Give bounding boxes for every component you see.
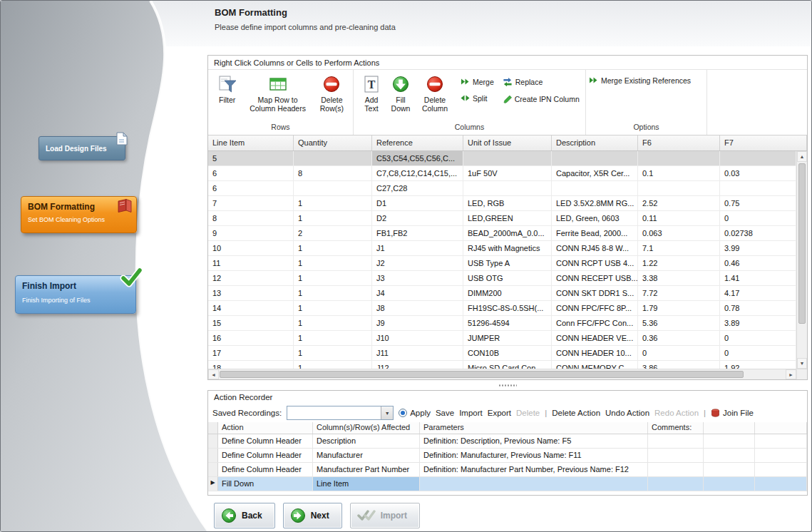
cell-f6[interactable]: 3.38 [638, 271, 720, 285]
recorder-row[interactable]: Define Column Header Manufacturer Defini… [208, 449, 807, 463]
cell-reference[interactable]: FB1,FB2 [372, 226, 463, 240]
import-button[interactable]: Import [350, 503, 420, 528]
cell-description[interactable] [552, 151, 638, 165]
cell-quantity[interactable]: 1 [294, 346, 372, 360]
cell-reference[interactable]: C27,C28 [372, 181, 463, 195]
horizontal-scroll-thumb[interactable] [220, 371, 744, 378]
cell-description[interactable]: CONN RCPT USB 4... [552, 256, 638, 270]
cell-quantity[interactable]: 1 [294, 241, 372, 255]
cell-action[interactable]: Fill Down [218, 477, 313, 491]
table-row[interactable]: 15 1 J9 51296-4594 Conn FFC/FPC Con... 5… [208, 316, 796, 331]
cell-line-item[interactable]: 9 [208, 226, 294, 240]
cell-unit-of-issue[interactable]: USB OTG [463, 271, 552, 285]
column-header-unit-of-issue[interactable]: Unit of Issue [463, 135, 552, 150]
cell-unit-of-issue[interactable]: RJ45 with Magnetics [463, 241, 552, 255]
cell-description[interactable]: CONN FPC/FFC 8P... [552, 301, 638, 315]
cell-description[interactable]: CONN HEADER 10... [552, 346, 638, 360]
horizontal-scroll-track[interactable] [219, 369, 786, 379]
cell-f6[interactable]: 5.36 [638, 316, 720, 330]
step-load-design-files[interactable]: Load Design Files [38, 136, 125, 160]
table-row[interactable]: 12 1 J3 USB OTG CONN RECEPT USB... 3.38 … [208, 271, 796, 286]
cell-f7[interactable]: 4.17 [720, 286, 796, 300]
table-row[interactable]: 6 8 C7,C8,C12,C14,C15,... 1uF 50V Capaci… [208, 166, 796, 181]
scroll-right-button[interactable]: ► [786, 369, 796, 379]
cell-unit-of-issue[interactable]: 1uF 50V [463, 166, 552, 180]
cell-f6[interactable]: 7.1 [638, 241, 720, 255]
cell-reference[interactable]: J4 [372, 286, 463, 300]
delete-column-button[interactable]: Delete Column [415, 73, 455, 115]
add-text-button[interactable]: T Add Text [356, 73, 386, 115]
cell-line-item[interactable]: 6 [208, 181, 294, 195]
cell-quantity[interactable] [294, 151, 372, 165]
column-header-f7[interactable]: F7 [720, 135, 807, 150]
cell-f7[interactable]: 0.46 [720, 256, 796, 270]
step-bom-formatting[interactable]: BOM Formatting Set BOM Cleaning Options [21, 196, 137, 233]
cell-f6[interactable]: 0.11 [638, 211, 720, 225]
table-row[interactable]: 7 1 D1 LED, RGB LED 3.5X2.8MM RG... 2.52… [208, 196, 796, 211]
recorder-row[interactable]: Define Column Header Manufacturer Part N… [208, 463, 807, 477]
cell-f7[interactable]: 1.41 [720, 271, 796, 285]
join-file-button[interactable]: Join File [711, 409, 754, 418]
cell-f6[interactable]: 7.72 [638, 286, 720, 300]
cell-unit-of-issue[interactable]: CON10B [463, 346, 552, 360]
cell-quantity[interactable]: 8 [294, 166, 372, 180]
recorder-row[interactable]: Define Column Header Description Definit… [208, 434, 807, 449]
cell-unit-of-issue[interactable] [463, 181, 552, 195]
cell-f6[interactable]: 1.79 [638, 301, 720, 315]
cell-line-item[interactable]: 10 [208, 241, 294, 255]
table-row[interactable]: 6 C27,C28 [208, 181, 796, 196]
cell-description[interactable]: Conn FFC/FPC Con... [552, 316, 638, 330]
column-header-f6[interactable]: F6 [638, 135, 720, 150]
recorder-row[interactable]: ▶ Fill Down Line Item [208, 477, 807, 491]
fill-down-button[interactable]: Fill Down [386, 73, 415, 115]
cell-f6[interactable]: 0 [638, 346, 720, 360]
cell-quantity[interactable]: 1 [294, 316, 372, 330]
export-recording-button[interactable]: Export [488, 409, 511, 417]
cell-f7[interactable]: 0.02738 [720, 226, 796, 240]
cell-affected[interactable]: Description [313, 434, 420, 448]
cell-unit-of-issue[interactable]: FH19SC-8S-0.5SH(... [463, 301, 552, 315]
cell-f7[interactable]: 0 [720, 211, 796, 225]
cell-f6[interactable] [638, 151, 720, 165]
replace-button[interactable]: Replace [503, 77, 580, 87]
cell-quantity[interactable]: 1 [294, 331, 372, 345]
cell-f7[interactable]: 0 [720, 346, 796, 360]
map-row-to-headers-button[interactable]: Map Row to Column Headers [243, 73, 312, 115]
delete-recording-button[interactable]: Delete [516, 409, 540, 417]
cell-line-item[interactable]: 15 [208, 316, 294, 330]
cell-affected[interactable]: Manufacturer [313, 449, 420, 462]
step-finish-import[interactable]: Finish Import Finish Importing of Files [15, 275, 136, 314]
merge-existing-references-button[interactable]: Merge Existing References [589, 73, 691, 85]
cell-reference[interactable]: J9 [372, 316, 463, 330]
cell-f7[interactable]: 0 [720, 331, 796, 345]
merge-button[interactable]: Merge [461, 77, 494, 86]
cell-unit-of-issue[interactable] [463, 151, 552, 165]
cell-f6[interactable]: 3.86 [638, 361, 720, 369]
cell-quantity[interactable] [294, 181, 372, 195]
cell-description[interactable]: CONN MEMORY C... [552, 361, 638, 369]
cell-unit-of-issue[interactable]: USB Type A [463, 256, 552, 270]
cell-description[interactable]: LED, Green, 0603 [552, 211, 638, 225]
table-row[interactable]: 18 1 J12 Micro SD Card Con... CONN MEMOR… [208, 361, 796, 369]
vertical-scroll-thumb[interactable] [798, 163, 806, 324]
cell-comments[interactable] [648, 449, 704, 462]
cell-f6[interactable] [638, 181, 720, 195]
cell-unit-of-issue[interactable]: Micro SD Card Con... [463, 361, 552, 369]
cell-description[interactable]: Capacitor, X5R Cer... [552, 166, 638, 180]
vertical-scrollbar[interactable]: ▲ ▼ [796, 151, 807, 369]
cell-reference[interactable]: J8 [372, 301, 463, 315]
table-row[interactable]: 8 1 D2 LED,GREEN LED, Green, 0603 0.11 0 [208, 211, 796, 226]
cell-reference[interactable]: J12 [372, 361, 463, 369]
cell-f7[interactable]: 0.78 [720, 301, 796, 315]
table-row[interactable]: 9 2 FB1,FB2 BEAD_2000mA_0.0... Ferrite B… [208, 226, 796, 241]
cell-line-item[interactable]: 5 [208, 151, 294, 165]
cell-reference[interactable]: C53,C54,C55,C56,C... [372, 151, 463, 165]
column-header-quantity[interactable]: Quantity [294, 135, 372, 150]
cell-line-item[interactable]: 13 [208, 286, 294, 300]
column-header-reference[interactable]: Reference [372, 135, 463, 150]
cell-comments[interactable] [648, 434, 704, 448]
create-ipn-column-button[interactable]: Create IPN Column [503, 94, 580, 103]
cell-parameters[interactable]: Definition: Manufacturer Part Number, Pr… [420, 463, 648, 476]
cell-description[interactable]: Ferrite Bead, 2000... [552, 226, 638, 240]
cell-parameters[interactable]: Definition: Description, Previous Name: … [420, 434, 648, 448]
